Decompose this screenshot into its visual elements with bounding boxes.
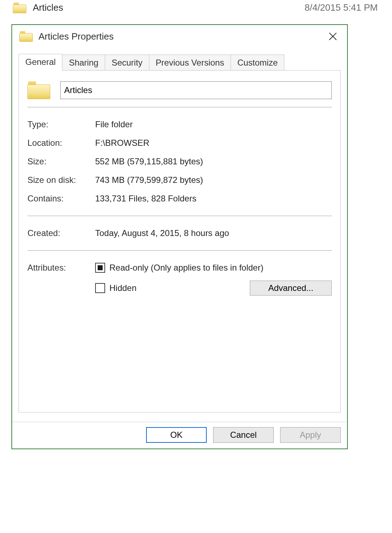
- tab-label: Customize: [237, 58, 278, 67]
- explorer-folder-name: Articles: [33, 2, 63, 13]
- row-size-on-disk: Size on disk: 743 MB (779,599,872 bytes): [27, 171, 332, 189]
- close-button[interactable]: [324, 29, 341, 43]
- button-label: Cancel: [230, 430, 257, 440]
- button-label: OK: [170, 430, 183, 440]
- button-label: Apply: [300, 430, 321, 440]
- row-created: Created: Today, August 4, 2015, 8 hours …: [27, 224, 332, 242]
- row-attributes: Attributes: Read-only (Only applies to f…: [27, 258, 332, 300]
- tab-general[interactable]: General: [19, 54, 62, 71]
- row-location: Location: F:\BROWSER: [27, 134, 332, 152]
- tab-label: Sharing: [69, 58, 98, 67]
- advanced-button[interactable]: Advanced...: [250, 281, 332, 296]
- label-size-on-disk: Size on disk:: [27, 175, 95, 185]
- tab-label: Previous Versions: [156, 58, 224, 67]
- explorer-date: 8/4/2015 5:41 PM: [305, 2, 378, 13]
- tab-label: General: [25, 57, 56, 67]
- close-icon: [328, 31, 338, 41]
- dialog-title: Articles Properties: [38, 31, 114, 42]
- tab-strip: General Sharing Security Previous Versio…: [12, 46, 347, 70]
- tab-label: Security: [112, 58, 143, 67]
- folder-icon: [19, 31, 33, 42]
- label-created: Created:: [27, 228, 95, 238]
- hidden-label: Hidden: [109, 283, 136, 293]
- tab-previous-versions[interactable]: Previous Versions: [149, 55, 231, 71]
- tab-customize[interactable]: Customize: [231, 55, 284, 71]
- label-size: Size:: [27, 157, 95, 166]
- value-type: File folder: [95, 119, 133, 129]
- tab-security[interactable]: Security: [105, 55, 149, 71]
- row-size: Size: 552 MB (579,115,881 bytes): [27, 152, 332, 171]
- explorer-row: Articles 8/4/2015 5:41 PM: [13, 2, 378, 13]
- value-size: 552 MB (579,115,881 bytes): [95, 157, 203, 166]
- label-type: Type:: [27, 119, 95, 129]
- cancel-button[interactable]: Cancel: [213, 427, 274, 443]
- readonly-checkbox[interactable]: [95, 263, 105, 273]
- value-size-on-disk: 743 MB (779,599,872 bytes): [95, 175, 203, 185]
- row-contains: Contains: 133,731 Files, 828 Folders: [27, 189, 332, 208]
- properties-dialog: Articles Properties General Sharing Secu…: [11, 24, 348, 449]
- label-attributes: Attributes:: [27, 263, 95, 273]
- folder-name-input[interactable]: [60, 81, 332, 99]
- tab-sharing[interactable]: Sharing: [62, 55, 105, 71]
- label-contains: Contains:: [27, 194, 95, 204]
- ok-button[interactable]: OK: [146, 427, 207, 443]
- dialog-button-row: OK Cancel Apply: [12, 422, 347, 449]
- folder-icon: [13, 2, 26, 13]
- readonly-label: Read-only (Only applies to files in fold…: [109, 263, 263, 273]
- titlebar: Articles Properties: [12, 25, 347, 46]
- apply-button[interactable]: Apply: [280, 427, 341, 443]
- value-location: F:\BROWSER: [95, 138, 149, 148]
- label-location: Location:: [27, 138, 95, 148]
- button-label: Advanced...: [268, 283, 314, 293]
- value-created: Today, August 4, 2015, 8 hours ago: [95, 228, 229, 238]
- tab-panel-general: Type: File folder Location: F:\BROWSER S…: [19, 70, 341, 412]
- row-type: Type: File folder: [27, 115, 332, 134]
- hidden-checkbox[interactable]: [95, 283, 105, 293]
- folder-icon: [27, 81, 50, 99]
- value-contains: 133,731 Files, 828 Folders: [95, 194, 196, 204]
